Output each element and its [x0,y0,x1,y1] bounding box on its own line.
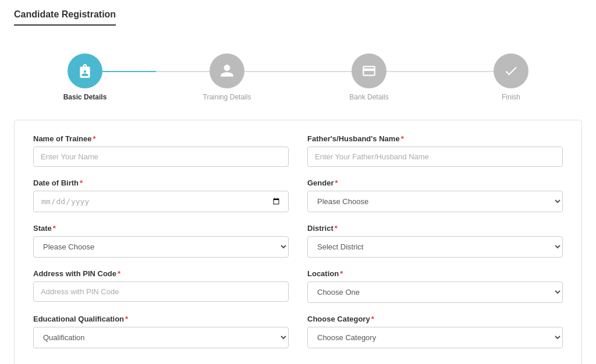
choose-category-label: Choose Category* [307,315,563,323]
form-row-4: Address with PIN Code* Location* Choose … [33,269,563,303]
step-label-training: Training Details [203,93,251,101]
step-circle-finish [494,53,528,88]
fathers-name-group: Father's/Husband's Name* [307,134,563,167]
district-select[interactable]: Select District [307,236,563,258]
address-input[interactable] [33,281,289,302]
name-of-trainee-group: Name of Trainee* [33,134,289,167]
page-title: Candidate Registration [14,9,582,40]
address-group: Address with PIN Code* [33,269,289,303]
edu-qual-select[interactable]: Qualification [33,327,289,348]
dob-label: Date of Birth* [33,179,289,187]
step-circle-training [210,53,244,88]
name-of-trainee-input[interactable] [33,147,289,167]
state-group: State* Please Choose [33,224,289,258]
step-label-basic: Basic Details [63,93,107,101]
gender-group: Gender* Please Choose Male Female Other [307,179,563,212]
form-row-1: Name of Trainee* Father's/Husband's Name… [33,134,563,167]
registration-form: Name of Trainee* Father's/Husband's Name… [14,120,582,364]
step-training-details: Training Details [156,53,298,101]
stepper: Basic Details Training Details Bank Deta… [14,53,582,101]
step-finish: Finish [440,53,582,101]
name-of-trainee-label: Name of Trainee* [33,134,289,143]
step-basic-details: Basic Details [14,53,156,101]
form-row-2: Date of Birth* Gender* Please Choose Mal… [33,179,563,212]
step-label-bank: Bank Details [349,93,388,101]
dob-group: Date of Birth* [33,179,289,212]
dob-input[interactable] [33,191,289,212]
district-group: District* Select District [307,224,563,258]
fathers-name-input[interactable] [307,147,563,167]
step-bank-details: Bank Details [298,53,440,101]
gender-select[interactable]: Please Choose Male Female Other [307,191,563,212]
location-label: Location* [307,269,563,278]
step-circle-basic [68,53,102,88]
address-label: Address with PIN Code* [33,269,289,278]
step-circle-bank [352,53,386,88]
state-label: State* [33,224,289,233]
district-label: District* [307,224,563,233]
location-group: Location* Choose One [307,269,563,303]
state-select[interactable]: Please Choose [33,236,289,258]
form-row-5: Educational Qualification* Qualification… [33,315,563,348]
form-row-3: State* Please Choose District* Select Di… [33,224,563,258]
location-select[interactable]: Choose One [307,281,563,303]
step-label-finish: Finish [502,93,520,101]
fathers-name-label: Father's/Husband's Name* [307,134,563,143]
edu-qual-label: Educational Qualification* [33,315,289,323]
edu-qual-group: Educational Qualification* Qualification [33,315,289,348]
choose-category-group: Choose Category* Choose Category [307,315,563,348]
gender-label: Gender* [307,179,563,187]
choose-category-select[interactable]: Choose Category [307,327,563,348]
